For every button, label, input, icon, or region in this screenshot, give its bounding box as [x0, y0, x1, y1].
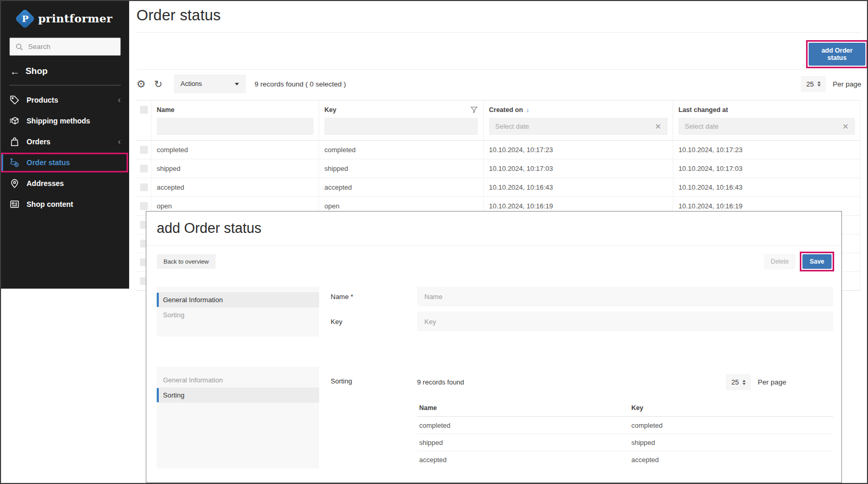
- sorting-section: General Information Sorting Sorting 9 re…: [146, 367, 841, 468]
- sidebar-item-products[interactable]: Products ‹: [1, 90, 129, 110]
- delete-button[interactable]: Delete: [764, 254, 796, 269]
- cell-key: completed: [319, 141, 483, 159]
- last-changed-date-filter[interactable]: Select date ✕: [678, 118, 855, 135]
- gear-icon[interactable]: ⚙: [136, 79, 146, 89]
- table-row[interactable]: accepted accepted 10.10.2024, 10:16:43 1…: [136, 178, 860, 197]
- section-tabs: General Information Sorting: [157, 367, 319, 468]
- created-on-date-filter[interactable]: Select date ✕: [489, 118, 668, 135]
- column-label-last-changed[interactable]: Last changed at: [678, 106, 728, 114]
- chevron-left-icon: ‹: [118, 136, 121, 147]
- order-status-icon: [9, 157, 20, 168]
- brand-name: printformer: [38, 12, 112, 25]
- table-header-row: Name Key Created on↓ Select date ✕ Last …: [136, 101, 860, 141]
- actions-dropdown-label: Actions: [181, 80, 202, 88]
- sorting-cell-name: completed: [417, 417, 629, 433]
- select-date-placeholder: Select date: [685, 122, 719, 130]
- per-page-select[interactable]: 25: [801, 76, 826, 92]
- name-filter-input[interactable]: [157, 118, 313, 135]
- name-field[interactable]: Name: [417, 287, 833, 306]
- sorting-column-name: Name: [417, 404, 629, 412]
- row-checkbox[interactable]: [140, 183, 148, 191]
- actions-dropdown[interactable]: Actions: [174, 75, 246, 93]
- spinner-arrows-icon: [743, 380, 746, 385]
- tab-sorting[interactable]: Sorting: [157, 307, 319, 322]
- orders-bag-icon: [9, 136, 20, 147]
- sidebar-item-label: Order status: [27, 158, 70, 167]
- row-checkbox[interactable]: [140, 202, 148, 210]
- cell-key: shipped: [319, 159, 483, 178]
- add-order-status-button[interactable]: add Order status: [809, 43, 865, 66]
- filter-funnel-icon[interactable]: [470, 106, 478, 114]
- header-divider: [136, 32, 861, 33]
- sidebar-nav: Products ‹ Shipping methods Orders ‹ Ord…: [1, 90, 129, 215]
- sorting-cell-name: shipped: [417, 434, 629, 451]
- sidebar-divider: [9, 85, 121, 85]
- dialog-button-row: Back to overview Delete Save: [157, 254, 834, 269]
- sorting-cell-key: accepted: [629, 451, 833, 468]
- brand-logo: P printformer: [1, 1, 129, 28]
- key-field[interactable]: Key: [417, 312, 833, 331]
- sort-descending-icon[interactable]: ↓: [526, 106, 530, 114]
- sidebar-item-order-status[interactable]: Order status: [1, 152, 129, 173]
- key-filter-input[interactable]: [324, 118, 478, 135]
- tab-sorting[interactable]: Sorting: [157, 388, 319, 403]
- sorting-per-page-label: Per page: [758, 378, 786, 386]
- sorting-table-row[interactable]: shipped shipped: [417, 434, 833, 451]
- shop-content-icon: [9, 199, 20, 209]
- column-label-name[interactable]: Name: [157, 106, 174, 114]
- column-label-key[interactable]: Key: [324, 106, 336, 114]
- sidebar-item-orders[interactable]: Orders ‹: [1, 131, 129, 152]
- tab-general-information[interactable]: General Information: [157, 292, 319, 307]
- select-date-placeholder: Select date: [495, 122, 529, 130]
- name-placeholder: Name: [424, 293, 443, 301]
- back-to-shop[interactable]: ← Shop: [1, 66, 129, 77]
- header-last-changed: Last changed at Select date ✕: [673, 101, 860, 140]
- annotation-box-save-button: Save: [800, 252, 834, 271]
- sorting-records-text: 9 records found: [417, 378, 464, 386]
- sorting-cell-key: completed: [629, 417, 833, 433]
- header-name: Name: [151, 101, 319, 140]
- clear-date-icon[interactable]: ✕: [655, 122, 661, 131]
- sidebar-item-label: Shipping methods: [27, 117, 90, 125]
- table-row[interactable]: shipped shipped 10.10.2024, 10:17:03 10.…: [136, 159, 860, 178]
- back-arrow-icon: ←: [10, 67, 20, 77]
- refresh-icon[interactable]: ↻: [154, 79, 162, 89]
- tab-general-information[interactable]: General Information: [157, 373, 319, 388]
- table-row[interactable]: completed completed 10.10.2024, 10:17:23…: [136, 141, 860, 159]
- section-tabs: General Information Sorting: [157, 287, 319, 337]
- sorting-per-page-value: 25: [731, 378, 738, 386]
- sidebar-item-label: Orders: [27, 138, 51, 146]
- select-all-checkbox[interactable]: [140, 106, 148, 114]
- per-page-group: 25 Per page: [801, 76, 861, 92]
- page-title: Order status: [136, 7, 221, 24]
- cell-created-on: 10.10.2024, 10:17:23: [483, 141, 673, 159]
- row-checkbox[interactable]: [140, 146, 148, 154]
- header-key: Key: [319, 101, 483, 140]
- sorting-table-header: Name Key: [417, 404, 833, 417]
- chevron-left-icon: ‹: [118, 95, 121, 105]
- sidebar-item-shipping-methods[interactable]: Shipping methods: [1, 110, 129, 131]
- back-to-overview-button[interactable]: Back to overview: [157, 254, 216, 269]
- search-input[interactable]: Search: [9, 38, 121, 56]
- row-checkbox[interactable]: [140, 165, 148, 172]
- cell-name: completed: [151, 141, 319, 159]
- per-page-label: Per page: [833, 80, 861, 88]
- column-label-created-on[interactable]: Created on: [489, 106, 523, 114]
- clear-date-icon[interactable]: ✕: [842, 122, 849, 131]
- cell-created-on: 10.10.2024, 10:17:03: [483, 159, 673, 178]
- spinner-arrows-icon: [817, 81, 821, 86]
- sorting-table: Name Key completed completed shipped shi…: [417, 404, 833, 468]
- cell-last-changed: 10.10.2024, 10:17:03: [673, 159, 860, 178]
- sorting-table-row[interactable]: completed completed: [417, 417, 833, 434]
- search-icon: [15, 43, 23, 51]
- sidebar-item-label: Shop content: [27, 200, 73, 208]
- sorting-table-row[interactable]: accepted accepted: [417, 451, 833, 468]
- sidebar-item-shop-content[interactable]: Shop content: [1, 194, 129, 215]
- sorting-per-page-select[interactable]: 25: [726, 374, 751, 390]
- cell-created-on: 10.10.2024, 10:16:43: [483, 178, 673, 196]
- sidebar-item-addresses[interactable]: Addresses: [1, 173, 129, 194]
- save-button[interactable]: Save: [802, 254, 832, 269]
- name-field-label: Name *: [331, 287, 417, 306]
- records-found-text: 9 records found ( 0 selected ): [255, 80, 346, 88]
- header-checkbox-cell: [136, 101, 151, 140]
